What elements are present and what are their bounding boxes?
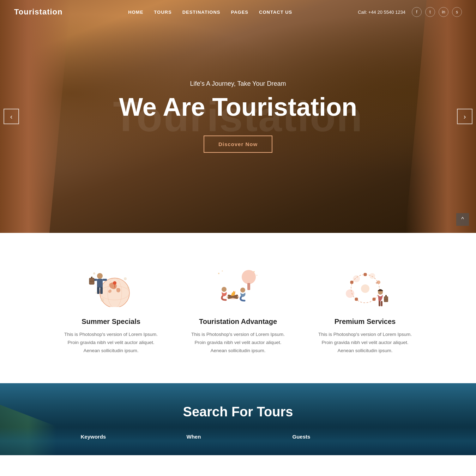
svg-point-30 xyxy=(256,275,257,276)
facebook-icon[interactable]: f xyxy=(412,7,422,17)
svg-rect-40 xyxy=(355,298,358,301)
phone-number: Call: +44 20 5540 1234 xyxy=(358,10,405,15)
svg-point-50 xyxy=(369,273,375,279)
svg-point-26 xyxy=(240,288,245,293)
svg-point-51 xyxy=(353,275,360,282)
svg-rect-44 xyxy=(379,301,380,306)
feature-desc-advantage: This is Photoshop's version of Lorem Ips… xyxy=(189,331,288,355)
svg-point-16 xyxy=(124,277,127,280)
navbar: Touristation HOME TOURS DESTINATIONS PAG… xyxy=(0,0,476,24)
svg-point-49 xyxy=(346,289,354,298)
search-label-guests: Guests xyxy=(291,434,397,440)
advantage-icon xyxy=(189,265,288,311)
water-decoration xyxy=(0,427,476,455)
feature-card-premium: ✈ xyxy=(302,258,429,362)
features-section: Summer Specials This is Photoshop's vers… xyxy=(0,233,476,383)
nav-destinations[interactable]: DESTINATIONS xyxy=(182,10,221,15)
svg-point-27 xyxy=(218,273,219,274)
search-labels-row: Keywords When Guests xyxy=(14,434,462,440)
nav-contact[interactable]: CONTACT US xyxy=(259,10,292,15)
navbar-right: Call: +44 20 5540 1234 f t in s xyxy=(358,7,462,17)
feature-card-summer: Summer Specials This is Photoshop's vers… xyxy=(48,258,175,362)
svg-rect-8 xyxy=(97,287,100,294)
hero-prev-arrow[interactable]: ‹ xyxy=(4,109,19,124)
feature-desc-summer: This is Photoshop's version of Lorem Ips… xyxy=(62,331,161,355)
svg-rect-21 xyxy=(247,283,250,290)
search-section: Search For Tours Keywords When Guests xyxy=(0,383,476,455)
svg-rect-13 xyxy=(91,277,92,278)
hero-subtitle: Life's A Journey, Take Your Dream xyxy=(190,80,286,88)
hero-section: Touristation Life's A Journey, Take Your… xyxy=(0,0,476,233)
nav-pages[interactable]: PAGES xyxy=(231,10,248,15)
svg-point-15 xyxy=(93,272,95,275)
svg-point-25 xyxy=(222,287,227,292)
svg-rect-41 xyxy=(350,281,353,284)
svg-point-19 xyxy=(95,292,97,294)
svg-rect-9 xyxy=(100,287,103,294)
site-logo[interactable]: Touristation xyxy=(14,7,62,17)
svg-text:✈: ✈ xyxy=(375,281,378,285)
scroll-up-button[interactable]: ^ xyxy=(456,213,469,226)
linkedin-icon[interactable]: in xyxy=(439,7,448,17)
twitter-icon[interactable]: t xyxy=(425,7,435,17)
svg-point-42 xyxy=(361,284,369,293)
svg-point-6 xyxy=(97,273,103,279)
feature-title-summer: Summer Specials xyxy=(62,318,161,326)
search-section-title: Search For Tours xyxy=(14,404,462,420)
search-label-when: When xyxy=(185,434,291,440)
svg-point-29 xyxy=(253,271,255,272)
hero-title: We Are Touristation xyxy=(119,93,357,121)
svg-rect-7 xyxy=(97,279,103,288)
svg-rect-14 xyxy=(103,279,107,281)
nav-home[interactable]: HOME xyxy=(128,10,143,15)
svg-rect-45 xyxy=(381,301,382,306)
skype-icon[interactable]: s xyxy=(452,7,462,17)
hero-next-arrow[interactable]: › xyxy=(457,109,472,124)
svg-rect-47 xyxy=(385,295,387,297)
svg-point-4 xyxy=(113,281,116,285)
svg-point-17 xyxy=(127,287,129,289)
svg-rect-37 xyxy=(364,273,367,276)
social-icons: f t in s xyxy=(412,7,462,17)
feature-desc-premium: This is Photoshop's version of Lorem Ips… xyxy=(316,331,415,355)
svg-point-28 xyxy=(222,271,223,272)
feature-title-premium: Premium Services xyxy=(316,318,415,326)
svg-point-18 xyxy=(101,298,104,302)
search-label-keywords: Keywords xyxy=(79,434,185,440)
svg-rect-39 xyxy=(373,298,375,301)
nav-links: HOME TOURS DESTINATIONS PAGES CONTACT US xyxy=(128,9,292,15)
feature-title-advantage: Touristation Advantage xyxy=(189,318,288,326)
discover-now-button[interactable]: Discover Now xyxy=(204,135,272,153)
premium-icon: ✈ xyxy=(316,265,415,311)
feature-card-advantage: Touristation Advantage This is Photoshop… xyxy=(175,258,302,362)
nav-tours[interactable]: TOURS xyxy=(154,10,171,15)
summer-specials-icon xyxy=(62,265,161,311)
